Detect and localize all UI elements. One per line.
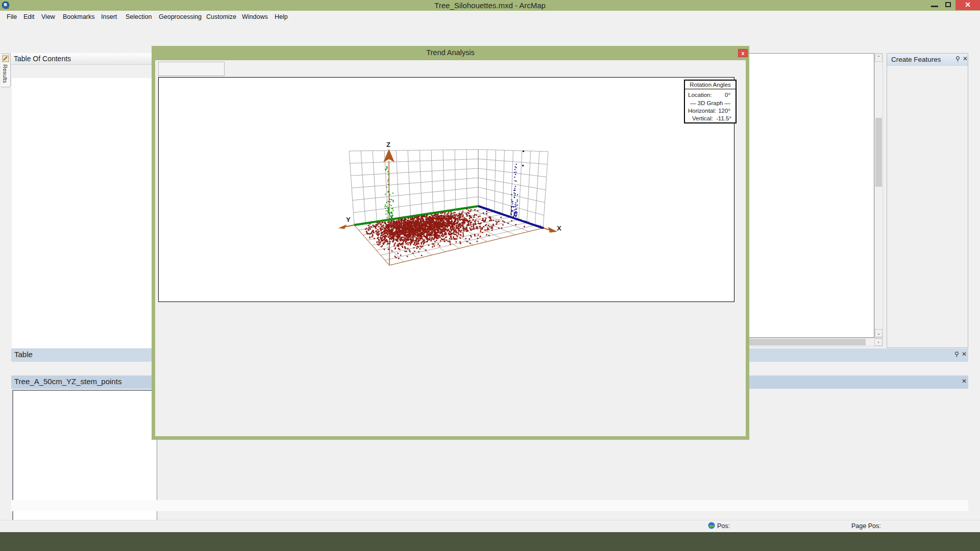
svg-text:X: X [557,224,561,232]
svg-text:Z: Z [386,141,390,148]
svg-text:Y: Y [346,216,351,223]
